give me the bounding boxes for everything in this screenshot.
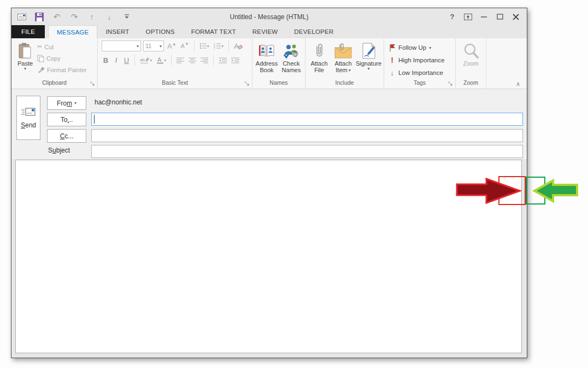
- undo-icon[interactable]: ↶: [51, 11, 62, 22]
- send-label: Send: [21, 121, 36, 129]
- basic-text-group-label: Basic Text: [98, 79, 252, 89]
- clipboard-dialog-launcher-icon[interactable]: [90, 81, 96, 87]
- attach-item-button[interactable]: Attach Item ▾: [331, 40, 355, 79]
- tags-group-label: Tags: [384, 79, 455, 89]
- tab-developer[interactable]: DEVELOPER: [286, 25, 342, 38]
- bullets-button[interactable]: ▾: [198, 40, 210, 51]
- to-input[interactable]: [91, 113, 523, 126]
- low-importance-icon: ↓: [389, 69, 396, 77]
- signature-button[interactable]: Signature ▾: [355, 40, 382, 79]
- address-book-label-2: Book: [260, 67, 273, 73]
- close-icon[interactable]: [508, 11, 524, 23]
- paste-caret-icon: ▾: [24, 67, 26, 71]
- low-importance-label: Low Importance: [398, 69, 443, 76]
- tab-insert[interactable]: INSERT: [97, 25, 137, 38]
- attach-file-button[interactable]: Attach File: [307, 40, 331, 79]
- minimize-icon[interactable]: [476, 11, 492, 23]
- group-clipboard: Paste ▾ ✂ Cut Copy: [11, 38, 98, 89]
- window-controls: ?: [444, 11, 527, 23]
- cc-button[interactable]: Cc...: [47, 129, 86, 143]
- follow-up-caret-icon: ▾: [429, 46, 431, 50]
- clear-formatting-button[interactable]: A: [233, 40, 244, 51]
- svg-text:ab: ab: [140, 57, 145, 62]
- address-book-icon: [258, 42, 275, 60]
- svg-text:@: @: [292, 50, 298, 57]
- decrease-indent-icon[interactable]: [217, 55, 228, 66]
- paperclip-icon: [315, 42, 324, 60]
- check-names-label-1: Check: [283, 60, 299, 67]
- numbering-button[interactable]: 123▾: [213, 40, 225, 51]
- svg-text:A: A: [234, 42, 239, 50]
- cut-button[interactable]: ✂ Cut: [37, 41, 87, 52]
- align-left-icon[interactable]: [175, 55, 185, 66]
- envelope-header: Send From ▾ hac@nonhic.net To... Cc... S…: [11, 89, 527, 159]
- cut-icon: ✂: [37, 43, 42, 50]
- basic-text-dialog-launcher-icon[interactable]: [245, 81, 250, 87]
- window-system-icon[interactable]: [16, 11, 27, 22]
- zoom-label: Zoom: [463, 60, 478, 67]
- paste-button[interactable]: Paste ▾: [13, 40, 37, 79]
- text-highlight-button[interactable]: ab▾: [139, 55, 153, 66]
- from-value: hac@nonhic.net: [95, 98, 142, 106]
- align-right-icon[interactable]: [199, 55, 209, 66]
- zoom-button[interactable]: Zoom: [459, 40, 483, 79]
- redo-icon[interactable]: ↷: [69, 11, 80, 22]
- previous-item-icon[interactable]: ↑: [86, 11, 97, 22]
- tab-options[interactable]: OPTIONS: [138, 25, 183, 38]
- annotation-red-arrow-right-icon: [455, 176, 522, 206]
- tags-dialog-launcher-icon[interactable]: [448, 81, 454, 87]
- format-painter-icon: [37, 66, 45, 73]
- help-icon[interactable]: ?: [444, 11, 460, 23]
- collapse-ribbon-icon[interactable]: ∧: [516, 80, 520, 87]
- subject-input[interactable]: [91, 145, 523, 158]
- bold-button[interactable]: B: [102, 56, 110, 65]
- from-button[interactable]: From ▾: [47, 96, 86, 110]
- ribbon-display-options-icon[interactable]: [460, 11, 476, 23]
- high-importance-button[interactable]: ! High Importance: [389, 54, 454, 66]
- font-size-value: 11: [145, 43, 151, 49]
- cc-input[interactable]: [91, 129, 523, 142]
- tab-review[interactable]: REVIEW: [244, 25, 286, 38]
- send-button[interactable]: Send: [16, 96, 40, 140]
- underline-button[interactable]: U: [122, 56, 131, 65]
- format-painter-button[interactable]: Format Painter: [37, 64, 87, 75]
- font-color-button[interactable]: A▾: [155, 55, 167, 66]
- check-names-button[interactable]: @ Check Names: [279, 40, 303, 79]
- low-importance-button[interactable]: ↓ Low Importance: [389, 67, 454, 79]
- attach-item-icon: [334, 42, 352, 60]
- shrink-font-button[interactable]: A▼: [180, 40, 190, 51]
- italic-button[interactable]: I: [112, 56, 120, 65]
- address-book-button[interactable]: Address Book: [254, 40, 279, 79]
- follow-up-button[interactable]: Follow Up ▾: [389, 42, 454, 54]
- check-names-icon: @: [283, 42, 299, 60]
- font-name-caret-icon: ▾: [137, 44, 139, 48]
- attach-item-label-1: Attach: [334, 60, 351, 67]
- group-names: Address Book @ Check Names Names: [252, 38, 305, 89]
- font-size-combo[interactable]: 11 ▾: [143, 40, 164, 51]
- to-button[interactable]: To...: [47, 113, 86, 126]
- include-group-label: Include: [305, 79, 384, 89]
- subject-label: Subject: [48, 147, 70, 154]
- message-body[interactable]: [15, 160, 522, 353]
- maximize-icon[interactable]: [492, 11, 508, 23]
- text-cursor: [94, 115, 95, 124]
- save-icon[interactable]: [34, 11, 45, 22]
- svg-text:A: A: [157, 56, 162, 63]
- font-size-caret-icon: ▾: [160, 44, 162, 48]
- tab-format-text[interactable]: FORMAT TEXT: [183, 25, 244, 38]
- customize-qat-icon[interactable]: [121, 11, 132, 22]
- ribbon-spacer: ∧: [486, 38, 527, 89]
- grow-font-button[interactable]: A▲: [166, 40, 178, 51]
- quick-access-toolbar: ↶ ↷ ↑ ↓: [11, 11, 132, 22]
- increase-indent-icon[interactable]: [230, 55, 240, 66]
- high-importance-label: High Importance: [398, 57, 444, 63]
- next-item-icon[interactable]: ↓: [104, 11, 115, 22]
- from-caret-icon: ▾: [74, 101, 77, 105]
- align-center-icon[interactable]: [187, 55, 197, 66]
- format-painter-label: Format Painter: [47, 67, 87, 73]
- tab-file[interactable]: FILE: [11, 25, 45, 38]
- tab-message[interactable]: MESSAGE: [48, 25, 97, 38]
- font-name-combo[interactable]: ▾: [102, 40, 141, 51]
- follow-up-flag-icon: [389, 44, 396, 51]
- copy-button[interactable]: Copy: [37, 52, 87, 64]
